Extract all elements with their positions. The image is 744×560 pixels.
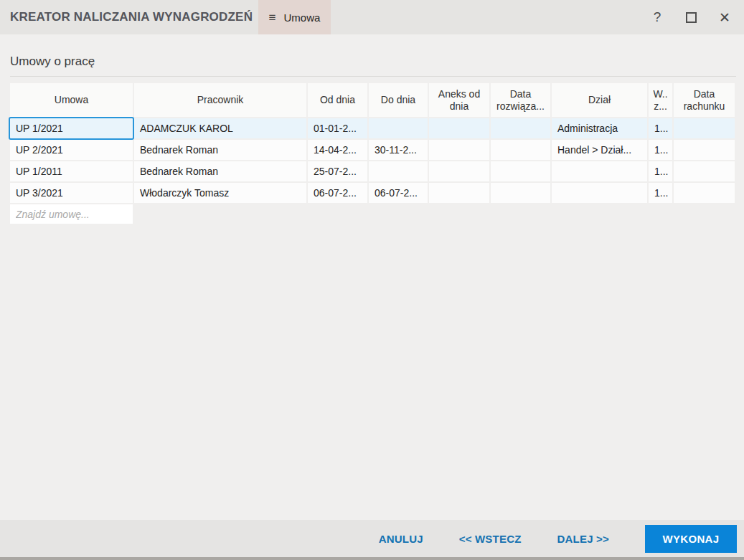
table-cell[interactable]: 1...: [649, 161, 672, 181]
table-cell[interactable]: 1...: [649, 118, 672, 138]
title-bar: KREATOR NALICZANIA WYNAGRODZEŃ ≡ Umowa ?…: [0, 0, 744, 34]
back-button[interactable]: << WSTECZ: [459, 533, 522, 545]
table-cell[interactable]: [674, 140, 735, 160]
table-cell[interactable]: 1...: [649, 140, 672, 160]
column-header-pracownik[interactable]: Pracownik: [134, 83, 306, 117]
table-cell[interactable]: 25-07-2...: [308, 161, 367, 181]
table-cell[interactable]: Handel > Dział...: [552, 140, 647, 160]
maximize-button[interactable]: [684, 7, 698, 27]
column-header-aneks-od-dnia[interactable]: Aneks od dnia: [429, 83, 489, 117]
page-title: Umowy o pracę: [10, 54, 95, 69]
wizard-window: { "window": { "title": "KREATOR NALICZAN…: [0, 0, 744, 560]
table-cell[interactable]: UP 2/2021: [10, 140, 133, 160]
table-row[interactable]: UP 1/2021 ADAMCZUK KAROL 01-01-2... Admi…: [10, 118, 735, 138]
column-header-umowa[interactable]: Umowa: [10, 83, 133, 117]
table-cell[interactable]: 14-04-2...: [308, 140, 367, 160]
tab-umowa[interactable]: ≡ Umowa: [258, 0, 331, 34]
table-cell[interactable]: [369, 118, 428, 138]
cancel-button[interactable]: ANULUJ: [379, 533, 423, 545]
table-cell[interactable]: [552, 183, 647, 203]
execute-button[interactable]: WYKONAJ: [645, 525, 737, 553]
table-cell[interactable]: [491, 161, 550, 181]
maximize-icon: [686, 12, 697, 23]
table-cell[interactable]: 06-07-2...: [308, 183, 367, 203]
table-cell[interactable]: [491, 183, 550, 203]
section-divider: [10, 76, 736, 77]
table-cell[interactable]: [429, 118, 489, 138]
footer-bar: ANULUJ << WSTECZ DALEJ >> WYKONAJ: [0, 520, 744, 557]
table-cell[interactable]: [674, 161, 735, 181]
window-controls: ? ✕: [650, 0, 744, 34]
table-header-row: Umowa Pracownik Od dnia Do dnia Aneks od…: [10, 83, 735, 117]
table-cell[interactable]: UP 1/2021: [10, 118, 133, 138]
table-cell[interactable]: 1...: [649, 183, 672, 203]
table-cell[interactable]: [429, 183, 489, 203]
column-header-do-dnia[interactable]: Do dnia: [369, 83, 428, 117]
menu-icon: ≡: [269, 11, 276, 24]
table-cell[interactable]: [491, 140, 550, 160]
tab-umowa-label: Umowa: [284, 11, 321, 24]
window-bottom-edge: [0, 557, 744, 560]
next-button[interactable]: DALEJ >>: [557, 533, 609, 545]
filter-row: [10, 204, 735, 224]
window-title: KREATOR NALICZANIA WYNAGRODZEŃ: [10, 0, 253, 34]
table-cell[interactable]: UP 1/2011: [10, 161, 133, 181]
table-cell[interactable]: [552, 161, 647, 181]
table-cell[interactable]: [369, 161, 428, 181]
column-header-data-rachunku[interactable]: Data rachunku: [674, 83, 735, 117]
table-cell[interactable]: [429, 161, 489, 181]
table-cell[interactable]: [491, 118, 550, 138]
help-button[interactable]: ?: [650, 7, 664, 27]
contract-search-input[interactable]: [10, 204, 133, 224]
column-header-dzial[interactable]: Dział: [552, 83, 647, 117]
table-cell[interactable]: 01-01-2...: [308, 118, 367, 138]
table-cell[interactable]: [674, 183, 735, 203]
table-cell[interactable]: [674, 118, 735, 138]
table-row[interactable]: UP 1/2011 Bednarek Roman 25-07-2... 1...: [10, 161, 735, 181]
column-header-od-dnia[interactable]: Od dnia: [308, 83, 367, 117]
table-cell[interactable]: ADAMCZUK KAROL: [134, 118, 306, 138]
help-icon: ?: [654, 9, 661, 25]
table-cell[interactable]: Bednarek Roman: [134, 140, 306, 160]
table-cell[interactable]: 06-07-2...: [369, 183, 428, 203]
table-row[interactable]: UP 3/2021 Włodarczyk Tomasz 06-07-2... 0…: [10, 183, 735, 203]
table-cell[interactable]: Administracja: [552, 118, 647, 138]
column-header-data-rozwiazania[interactable]: Data rozwiąza...: [491, 83, 550, 117]
close-button[interactable]: ✕: [717, 7, 732, 27]
table-cell[interactable]: UP 3/2021: [10, 183, 133, 203]
table-cell[interactable]: Włodarczyk Tomasz: [134, 183, 306, 203]
table-cell[interactable]: Bednarek Roman: [134, 161, 306, 181]
contracts-table: Umowa Pracownik Od dnia Do dnia Aneks od…: [10, 83, 735, 224]
close-icon: ✕: [719, 9, 730, 26]
table-row[interactable]: UP 2/2021 Bednarek Roman 14-04-2... 30-1…: [10, 140, 735, 160]
table-cell[interactable]: 30-11-2...: [369, 140, 428, 160]
column-header-w-z[interactable]: W.. z...: [649, 83, 672, 117]
table-cell[interactable]: [429, 140, 489, 160]
